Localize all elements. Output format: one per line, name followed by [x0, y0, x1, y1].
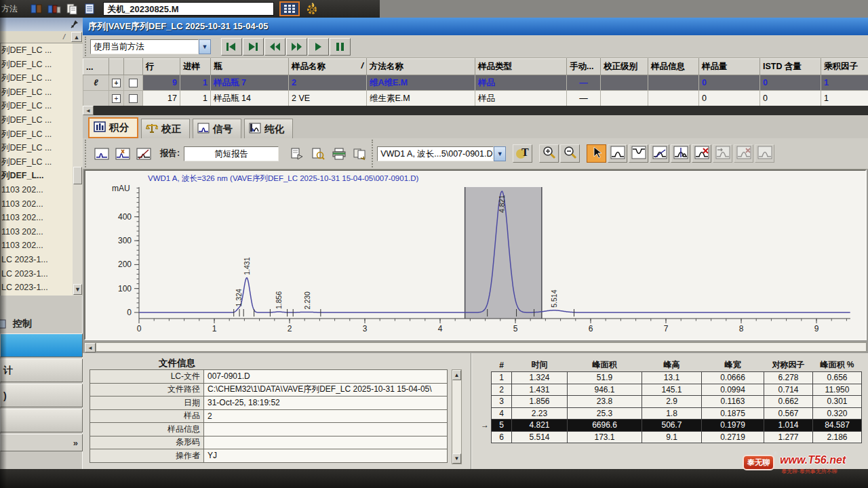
nav-view-button-0[interactable] — [0, 333, 83, 357]
text-annotation-button[interactable]: T — [513, 144, 532, 163]
file-info-value[interactable] — [204, 423, 448, 436]
peak-col-header[interactable]: 峰宽 — [702, 359, 764, 372]
peak-cell[interactable]: 23.8 — [568, 396, 642, 408]
peak-row[interactable]: 65.514173.19.10.27191.2772.186 — [479, 431, 862, 443]
seq-cell[interactable]: 1 — [180, 75, 211, 91]
seq-col-header[interactable] — [109, 59, 124, 75]
seq-cell[interactable]: 样品 — [475, 75, 567, 91]
peak-row[interactable]: 42.2325.31.80.18750.5670.320 — [479, 407, 862, 420]
peak-cell[interactable]: 0.1979 — [702, 420, 764, 432]
signal-select-combo[interactable]: VWD1 A, 波长...5\007-0901.D) ▼ — [377, 146, 506, 161]
scroll-left-icon[interactable]: ◄ — [85, 343, 96, 352]
chevron-down-icon[interactable]: ▼ — [494, 146, 506, 161]
peak-cell[interactable]: 0.714 — [764, 384, 813, 396]
toolbar-grip[interactable] — [85, 37, 88, 56]
sequence-file-item[interactable]: 1103 202... — [1, 239, 73, 253]
skip-to-end-button[interactable] — [243, 38, 264, 56]
seq-cell[interactable]: 1 — [821, 91, 868, 106]
sequence-file-item[interactable]: 列DEF_L... — [1, 169, 73, 183]
sequence-row[interactable]: +171样品瓶 142 VE维生素E.M样品—001 — [83, 91, 868, 106]
seq-col-header[interactable]: ISTD 含量 — [760, 59, 821, 75]
zoom-out-button[interactable] — [560, 144, 580, 163]
split-peak-button[interactable] — [671, 144, 690, 163]
sequence-file-item[interactable]: 列DEF_LC ... — [1, 43, 73, 58]
seq-cell[interactable]: 17 — [143, 91, 180, 106]
seq-cell[interactable]: 2 VE — [289, 91, 367, 106]
pause-button[interactable] — [330, 38, 351, 56]
peak-cell[interactable]: 1.8 — [642, 407, 702, 420]
seq-col-header[interactable] — [124, 59, 143, 75]
nav-view-button-2[interactable]: ) — [0, 384, 83, 407]
tab-积分[interactable]: 积分 — [88, 117, 138, 138]
seq-col-header[interactable]: 瓶 — [211, 59, 289, 75]
nav-section-control[interactable]: 控制 — [0, 316, 83, 332]
seq-cell[interactable] — [648, 91, 699, 106]
skip-to-start-button[interactable] — [221, 38, 242, 56]
nav-more-button[interactable]: » — [0, 434, 83, 451]
run-method-combo[interactable]: 使用当前方法 ▼ — [90, 39, 211, 54]
seq-col-header[interactable]: 手动... — [567, 59, 601, 75]
peak-cell[interactable]: 506.7 — [642, 420, 702, 432]
seq-cell[interactable]: 1 — [821, 75, 868, 91]
report-copy-icon[interactable] — [287, 144, 307, 163]
peak-cell[interactable]: 1 — [492, 372, 512, 384]
file-info-value[interactable]: YJ — [204, 449, 448, 463]
panel-divider[interactable] — [471, 353, 472, 469]
seq-cell[interactable] — [601, 75, 648, 91]
chromatogram-panel[interactable]: 0100200300400mAU01234567891.3241.4311.85… — [84, 169, 867, 340]
peak-cell[interactable]: 0.2719 — [702, 431, 764, 443]
peak-col-header[interactable]: 峰面积 % — [813, 359, 862, 372]
peak-cell[interactable]: 0.662 — [764, 396, 813, 408]
file-info-value[interactable] — [204, 436, 448, 449]
peak-cell[interactable]: 946.1 — [568, 384, 642, 396]
peak-cell[interactable]: 1.856 — [512, 396, 568, 408]
peak-cell[interactable]: 25.3 — [568, 407, 642, 420]
peak-cell[interactable]: 0.0666 — [702, 372, 764, 384]
peak-cell[interactable]: 6696.6 — [568, 420, 642, 432]
peak-cell[interactable]: 0.0994 — [702, 384, 764, 396]
seq-cell[interactable]: 样品 — [475, 91, 567, 106]
seq-col-header[interactable]: 进样 — [180, 59, 211, 75]
peak-cell[interactable]: 2 — [492, 384, 512, 396]
copy-page-icon[interactable] — [65, 3, 79, 15]
document-icon[interactable] — [83, 3, 96, 15]
seq-col-header[interactable]: 乘积因子 — [821, 59, 868, 75]
printer-icon[interactable] — [329, 144, 349, 163]
sidebar-scroll-thumb[interactable] — [73, 167, 82, 184]
tab-校正[interactable]: 校正 — [141, 119, 190, 138]
sequence-file-item[interactable]: 1103 202... — [1, 225, 73, 239]
zoom-in-button[interactable] — [539, 144, 559, 163]
seq-col-header[interactable]: 行 — [143, 59, 180, 75]
seq-col-header[interactable]: 方法名称 — [367, 59, 475, 75]
export-report-icon[interactable] — [350, 144, 370, 163]
peak-cell[interactable]: 173.1 — [568, 431, 642, 443]
sequence-file-item[interactable]: 列DEF_LC ... — [1, 71, 73, 85]
sequence-file-item[interactable]: 1103 202... — [1, 197, 73, 211]
seq-cell[interactable]: 0 — [699, 75, 760, 91]
sidebar-scroll-down-button[interactable]: ▼ — [73, 284, 82, 295]
peak-cell[interactable]: 84.587 — [813, 420, 862, 432]
negative-peak-button[interactable] — [629, 144, 648, 163]
seq-cell[interactable]: 样品瓶 14 — [211, 91, 289, 106]
peak-options-button[interactable] — [755, 144, 774, 163]
sequence-file-item[interactable]: LC 2023-1... — [1, 267, 73, 281]
seq-cell[interactable]: 1 — [180, 91, 211, 106]
delete-all-peaks-button[interactable] — [734, 144, 753, 163]
nav-view-button-3[interactable] — [0, 409, 83, 432]
file-info-value[interactable]: 31-Oct-25, 18:19:52 — [204, 396, 448, 410]
seq-cell[interactable] — [601, 91, 648, 106]
sequence-file-item[interactable]: LC 2023-1... — [1, 253, 73, 267]
print-preview-icon[interactable] — [308, 144, 328, 163]
gear-button[interactable] — [303, 1, 321, 16]
expand-row-button[interactable]: + — [109, 91, 124, 106]
seq-col-header[interactable]: 样品名称/ — [289, 59, 367, 75]
tangent-skim-button[interactable] — [650, 144, 669, 163]
peak-cell[interactable]: 1.324 — [512, 372, 568, 384]
peak-row[interactable]: 21.431946.1145.10.09940.71411.950 — [479, 384, 862, 396]
peak-cell[interactable]: 3 — [492, 396, 512, 408]
sequence-table-hscrollbar[interactable]: ◄ — [83, 106, 868, 115]
seq-col-header[interactable]: 校正级别 — [601, 59, 648, 75]
sequence-window-titlebar[interactable]: 序列|VAVE序列DEF_LC 2025-10-31 15-04-05 — [83, 18, 868, 35]
step-back-button[interactable] — [264, 38, 285, 56]
chevron-down-icon[interactable]: ▼ — [199, 39, 211, 54]
